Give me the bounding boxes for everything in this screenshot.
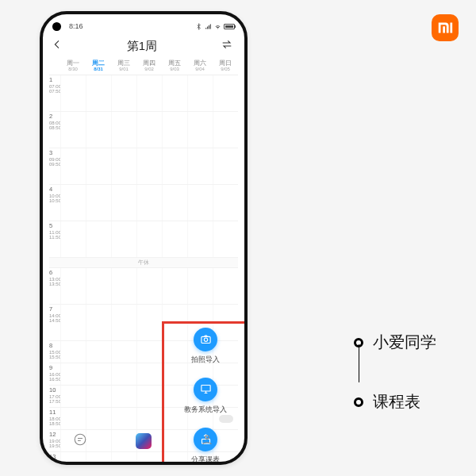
label-connector bbox=[359, 344, 359, 382]
action-label: 教务系统导入 bbox=[184, 405, 227, 415]
page-title: 第1周 bbox=[127, 39, 157, 54]
monitor-icon[interactable] bbox=[194, 378, 217, 401]
svg-point-1 bbox=[204, 338, 207, 341]
noon-divider: 午休 bbox=[49, 258, 238, 268]
status-bar: 8:16 bbox=[49, 19, 238, 33]
battery-icon bbox=[224, 24, 235, 29]
app-header: 第1周 bbox=[49, 33, 238, 59]
action-label: 拍照导入 bbox=[191, 355, 220, 365]
action-camera[interactable]: 拍照导入 bbox=[191, 328, 220, 365]
label-dot bbox=[354, 397, 363, 407]
status-time: 8:16 bbox=[69, 22, 83, 30]
mi-logo bbox=[432, 14, 459, 41]
action-monitor[interactable]: 教务系统导入 bbox=[184, 378, 227, 415]
schedule-grid[interactable]: 107:0007:50208:0008:50309:0009:50410:001… bbox=[49, 75, 238, 448]
action-label: 分享课表 bbox=[191, 455, 220, 465]
nav-timetable[interactable] bbox=[136, 433, 152, 449]
day-header[interactable]: 周五9/03 bbox=[162, 59, 187, 75]
period-row: 511:0011:50 bbox=[49, 221, 238, 258]
nav-profile[interactable] bbox=[200, 432, 214, 450]
swap-button[interactable] bbox=[221, 38, 233, 54]
wifi-icon bbox=[214, 23, 221, 30]
period-row: 613:0013:50 bbox=[49, 268, 238, 305]
svg-point-5 bbox=[205, 436, 209, 440]
period-row: 107:0007:50 bbox=[49, 75, 238, 112]
period-row: 309:0009:50 bbox=[49, 148, 238, 185]
label-timetable: 课程表 bbox=[373, 391, 420, 413]
svg-point-4 bbox=[75, 434, 86, 445]
day-header[interactable]: 周二8/31 bbox=[86, 59, 111, 75]
period-row: 410:0010:50 bbox=[49, 185, 238, 221]
day-header[interactable]: 周日9/05 bbox=[213, 59, 238, 75]
camera-hole bbox=[52, 22, 61, 31]
side-labels: 小爱同学 课程表 bbox=[354, 332, 436, 413]
bottom-nav bbox=[49, 428, 238, 454]
day-header[interactable]: 周四9/02 bbox=[136, 59, 162, 75]
phone-frame: 8:16 第1周 周一8/30周二8/31周三9/01周四9/02周五9/03周… bbox=[40, 11, 248, 465]
signal-icon bbox=[205, 23, 212, 30]
weekday-row: 周一8/30周二8/31周三9/01周四9/02周五9/03周六9/04周日9/… bbox=[49, 59, 238, 75]
day-header[interactable]: 周三9/01 bbox=[111, 59, 136, 75]
floating-indicator[interactable] bbox=[219, 415, 233, 423]
day-header[interactable]: 周六9/04 bbox=[187, 59, 213, 75]
camera-icon[interactable] bbox=[194, 328, 217, 351]
back-button[interactable] bbox=[51, 38, 63, 54]
day-header[interactable]: 周一8/30 bbox=[60, 59, 86, 75]
svg-rect-2 bbox=[201, 386, 209, 392]
nav-chat[interactable] bbox=[73, 432, 87, 450]
label-xiaoai: 小爱同学 bbox=[373, 332, 436, 353]
bluetooth-icon bbox=[195, 23, 202, 30]
period-row: 208:0008:50 bbox=[49, 112, 238, 148]
